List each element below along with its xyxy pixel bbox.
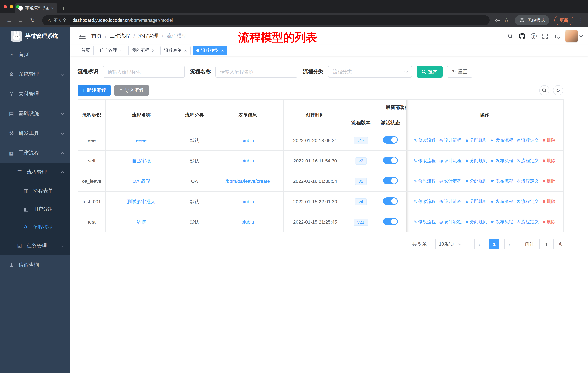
- tag-tenant[interactable]: 租户管理 ×: [96, 46, 126, 55]
- help-icon[interactable]: ?: [531, 33, 537, 39]
- sidebar-item-task-management[interactable]: ☑ 任务管理: [0, 236, 70, 255]
- form-info-link[interactable]: biubiu: [241, 219, 254, 225]
- process-id-input[interactable]: [103, 66, 185, 78]
- active-toggle[interactable]: [383, 197, 398, 205]
- form-info-link[interactable]: biubiu: [241, 138, 254, 143]
- op-design-link[interactable]: ◎设计流程: [439, 137, 461, 143]
- browser-menu-icon[interactable]: ⋮: [578, 17, 584, 24]
- op-modify-link[interactable]: ✎修改流程: [414, 219, 436, 225]
- op-delete-link[interactable]: ✖删除: [542, 137, 556, 143]
- op-delete-link[interactable]: ✖删除: [542, 199, 556, 205]
- model-name-link[interactable]: eeee: [136, 138, 147, 143]
- new-tab-button[interactable]: +: [62, 5, 65, 11]
- password-key-icon[interactable]: [494, 18, 500, 23]
- sidebar-item-process-form[interactable]: ▥ 流程表单: [0, 182, 70, 200]
- op-design-link[interactable]: ◎设计流程: [439, 158, 461, 164]
- op-design-link[interactable]: ◎设计流程: [439, 219, 461, 225]
- close-tag-icon[interactable]: ×: [120, 48, 122, 53]
- page-size-select[interactable]: 10条/页: [435, 239, 464, 249]
- op-modify-link[interactable]: ✎修改流程: [414, 178, 436, 184]
- zoom-window-button[interactable]: [16, 5, 19, 8]
- op-publish-link[interactable]: ☛发布流程: [491, 178, 513, 184]
- back-button[interactable]: ←: [4, 17, 14, 23]
- fullscreen-icon[interactable]: [542, 33, 548, 39]
- address-bar[interactable]: ⚠ 不安全 dashboard.yudao.iocoder.cn/bpm/man…: [42, 15, 489, 26]
- breadcrumb-item[interactable]: 流程管理: [138, 33, 158, 39]
- op-delete-link[interactable]: ✖删除: [542, 219, 556, 225]
- sidebar-item-user-group[interactable]: ◧ 用户分组: [0, 200, 70, 218]
- sidebar-item-process-model[interactable]: ✈ 流程模型: [0, 218, 70, 236]
- op-modify-link[interactable]: ✎修改流程: [414, 137, 436, 143]
- sidebar-item-home[interactable]: ◔ 首页: [0, 45, 70, 64]
- close-tab-icon[interactable]: ×: [51, 5, 54, 10]
- op-assign-link[interactable]: ♟分配规则: [465, 199, 487, 205]
- op-definition-link[interactable]: ✇流程定义: [517, 178, 539, 184]
- sidebar-item-workflow[interactable]: ▦ 工作流程: [0, 143, 70, 163]
- refresh-table-button[interactable]: ↻: [553, 85, 563, 95]
- op-definition-link[interactable]: ✇流程定义: [517, 137, 539, 143]
- op-delete-link[interactable]: ✖删除: [542, 158, 556, 164]
- form-info-link[interactable]: biubiu: [241, 158, 254, 163]
- op-definition-link[interactable]: ✇流程定义: [517, 199, 539, 205]
- op-definition-link[interactable]: ✇流程定义: [517, 158, 539, 164]
- sidebar-item-devtools[interactable]: ⚒ 研发工具: [0, 123, 70, 143]
- bookmark-star-icon[interactable]: ☆: [504, 17, 509, 24]
- model-name-link[interactable]: 测试多审批人: [127, 199, 156, 204]
- model-name-link[interactable]: 滔博: [136, 219, 146, 225]
- goto-page-input[interactable]: [539, 239, 554, 249]
- close-tag-icon[interactable]: ×: [184, 48, 187, 53]
- font-size-icon[interactable]: T: [554, 33, 560, 39]
- active-toggle[interactable]: [383, 136, 398, 143]
- sidebar-item-process-management[interactable]: ☰ 流程管理: [0, 163, 70, 182]
- breadcrumb-item[interactable]: 工作流程: [110, 33, 130, 39]
- form-info-link[interactable]: biubiu: [241, 199, 254, 204]
- op-modify-link[interactable]: ✎修改流程: [414, 158, 436, 164]
- op-assign-link[interactable]: ♟分配规则: [465, 219, 487, 225]
- form-info-link[interactable]: /bpm/oa/leave/create: [226, 179, 270, 184]
- chrome-update-button[interactable]: 更新: [555, 16, 573, 25]
- op-delete-link[interactable]: ✖删除: [542, 178, 556, 184]
- op-modify-link[interactable]: ✎修改流程: [414, 199, 436, 205]
- toggle-search-button[interactable]: [539, 85, 549, 95]
- category-select[interactable]: 流程分类: [328, 66, 412, 78]
- model-name-link[interactable]: 自己审批: [132, 158, 151, 163]
- active-toggle[interactable]: [383, 177, 398, 184]
- sidebar-item-infrastructure[interactable]: ▤ 基础设施: [0, 104, 70, 123]
- tag-home[interactable]: 首页: [78, 46, 94, 55]
- tag-process-form[interactable]: 流程表单 ×: [160, 46, 190, 55]
- user-menu[interactable]: [565, 30, 582, 42]
- op-publish-link[interactable]: ☛发布流程: [491, 137, 513, 143]
- browser-tab[interactable]: 芋道管理系统 ×: [15, 2, 57, 13]
- create-process-button[interactable]: + 新建流程: [78, 85, 111, 96]
- active-toggle[interactable]: [383, 218, 398, 225]
- not-secure-warning-icon[interactable]: ⚠: [47, 18, 51, 23]
- op-assign-link[interactable]: ♟分配规则: [465, 158, 487, 164]
- github-icon[interactable]: [519, 33, 525, 39]
- tag-my-process[interactable]: 我的流程 ×: [128, 46, 158, 55]
- close-tag-icon[interactable]: ×: [152, 48, 155, 53]
- op-publish-link[interactable]: ☛发布流程: [491, 219, 513, 225]
- reset-button[interactable]: ↻ 重置: [447, 66, 472, 78]
- process-name-input[interactable]: [215, 66, 297, 78]
- active-toggle[interactable]: [383, 157, 398, 164]
- op-assign-link[interactable]: ♟分配规则: [465, 178, 487, 184]
- sidebar-item-payment[interactable]: ¥ 支付管理: [0, 84, 70, 104]
- op-publish-link[interactable]: ☛发布流程: [491, 199, 513, 205]
- tag-process-model[interactable]: 流程模型 ×: [193, 46, 228, 55]
- minimize-window-button[interactable]: [10, 5, 13, 8]
- sidebar-item-leave-query[interactable]: ♟ 请假查询: [0, 255, 70, 275]
- breadcrumb-item[interactable]: 首页: [92, 33, 102, 39]
- search-button[interactable]: 搜索: [417, 66, 442, 78]
- next-page-button[interactable]: ›: [504, 239, 514, 249]
- op-assign-link[interactable]: ♟分配规则: [465, 137, 487, 143]
- sidebar-item-system[interactable]: ⚙ 系统管理: [0, 64, 70, 84]
- reload-button[interactable]: ↻: [28, 17, 37, 24]
- op-design-link[interactable]: ◎设计流程: [439, 199, 461, 205]
- search-icon[interactable]: [508, 33, 513, 39]
- collapse-sidebar-icon[interactable]: [79, 33, 86, 39]
- op-publish-link[interactable]: ☛发布流程: [491, 158, 513, 164]
- prev-page-button[interactable]: ‹: [474, 239, 484, 249]
- import-process-button[interactable]: ↥ 导入流程: [114, 85, 148, 96]
- close-tag-icon[interactable]: ×: [221, 48, 224, 53]
- op-design-link[interactable]: ◎设计流程: [439, 178, 461, 184]
